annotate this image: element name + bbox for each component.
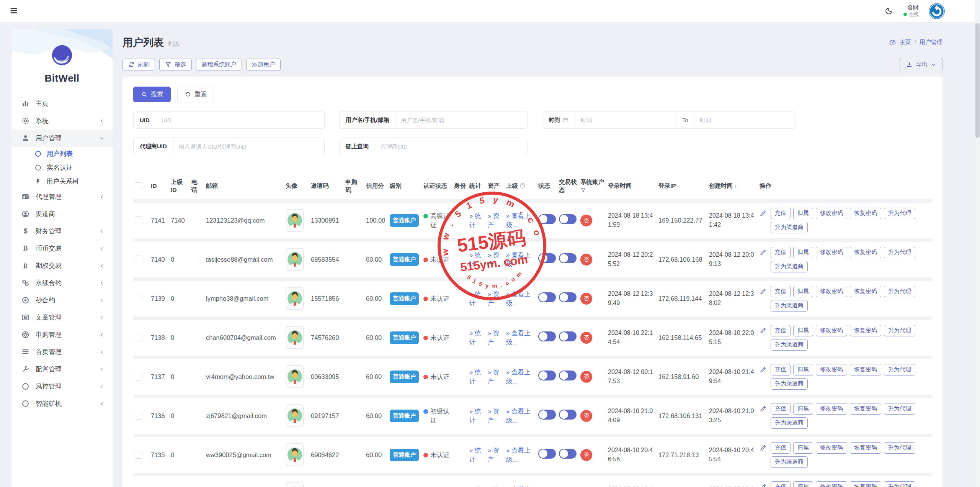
- action-button[interactable]: 修改密码: [816, 481, 847, 487]
- sidebar-item[interactable]: 首页管理: [11, 343, 113, 361]
- hamburger-menu-icon[interactable]: [9, 7, 18, 15]
- trade-status-toggle[interactable]: [559, 214, 577, 224]
- action-button[interactable]: 升为渠道商: [771, 456, 808, 468]
- column-filter-funnel-icon[interactable]: [580, 187, 586, 193]
- action-button[interactable]: 修改密码: [816, 442, 847, 454]
- select-all-checkbox[interactable]: [135, 182, 142, 190]
- time-from-input[interactable]: [575, 112, 676, 128]
- assets-link[interactable]: » 资产: [488, 447, 499, 463]
- breadcrumb-home[interactable]: 主页: [900, 39, 911, 46]
- stats-link[interactable]: » 统计: [469, 447, 481, 463]
- action-button[interactable]: 归属: [793, 442, 813, 454]
- sidebar-subitem[interactable]: 实名认证: [11, 161, 113, 174]
- edit-pencil-icon[interactable]: [760, 288, 767, 295]
- trade-status-toggle[interactable]: [559, 410, 577, 420]
- row-checkbox[interactable]: [135, 451, 142, 459]
- assets-link[interactable]: » 资产: [488, 290, 499, 307]
- status-toggle[interactable]: [538, 371, 556, 380]
- action-button[interactable]: 升为代理: [884, 442, 915, 454]
- sidebar-item[interactable]: 智能矿机: [11, 395, 113, 412]
- trade-status-toggle[interactable]: [559, 292, 577, 302]
- sidebar-subitem[interactable]: 用户列表: [11, 147, 113, 161]
- action-button[interactable]: 归属: [793, 364, 813, 375]
- sidebar-item[interactable]: B币币交易: [11, 240, 113, 257]
- action-button[interactable]: 充值: [771, 364, 791, 375]
- chain-query-input[interactable]: [375, 138, 527, 155]
- sidebar-item[interactable]: 系统: [11, 112, 113, 130]
- action-button[interactable]: 修改密码: [816, 208, 847, 219]
- action-button[interactable]: 归属: [793, 481, 813, 487]
- sidebar-item[interactable]: 用户管理: [11, 130, 113, 147]
- action-button[interactable]: 修改密码: [816, 247, 847, 258]
- view-parent-link[interactable]: » 查看上级...: [506, 447, 530, 463]
- stats-link[interactable]: » 统计: [469, 408, 481, 424]
- action-button[interactable]: 恢复密码: [850, 325, 881, 336]
- stats-link[interactable]: » 统计: [469, 486, 481, 487]
- sidebar-item[interactable]: 永续合约: [11, 274, 113, 292]
- time-to-input[interactable]: [694, 112, 795, 128]
- edit-pencil-icon[interactable]: [760, 483, 767, 487]
- action-button[interactable]: 升为代理: [884, 286, 915, 297]
- assets-link[interactable]: » 资产: [488, 369, 499, 385]
- refresh-button[interactable]: 刷新: [122, 59, 155, 71]
- action-button[interactable]: 充值: [771, 403, 791, 415]
- view-parent-link[interactable]: » 查看上级...: [506, 212, 530, 229]
- sidebar-item[interactable]: 风控管理: [11, 378, 113, 395]
- view-parent-link[interactable]: » 查看上级...: [506, 251, 530, 268]
- assets-link[interactable]: » 资产: [488, 212, 499, 229]
- assets-link[interactable]: » 资产: [488, 486, 499, 487]
- stats-link[interactable]: » 统计: [469, 330, 481, 346]
- sidebar-item[interactable]: 文章管理: [11, 309, 113, 326]
- action-button[interactable]: 恢复密码: [850, 286, 881, 297]
- action-button[interactable]: 修改密码: [816, 286, 847, 297]
- sidebar-item[interactable]: 申购管理: [11, 326, 113, 343]
- action-button[interactable]: 升为代理: [884, 325, 915, 336]
- reset-button[interactable]: 重置: [177, 87, 214, 102]
- action-button[interactable]: 充值: [771, 286, 791, 297]
- action-button[interactable]: 充值: [771, 325, 791, 336]
- action-button[interactable]: 修改密码: [816, 403, 847, 415]
- action-button[interactable]: 修改密码: [816, 325, 847, 336]
- sidebar-item[interactable]: 代理管理: [11, 188, 113, 205]
- action-button[interactable]: 升为渠道商: [771, 300, 808, 312]
- agent-uid-input[interactable]: [173, 138, 324, 155]
- action-button[interactable]: 升为渠道商: [771, 261, 808, 272]
- row-checkbox[interactable]: [135, 373, 142, 380]
- breadcrumb-current[interactable]: 用户管理: [920, 39, 942, 46]
- view-parent-link[interactable]: » 查看上级...: [506, 369, 530, 385]
- action-button[interactable]: 升为渠道商: [771, 222, 808, 233]
- assets-link[interactable]: » 资产: [488, 330, 499, 346]
- view-parent-link[interactable]: » 查看上级...: [506, 290, 530, 307]
- edit-pencil-icon[interactable]: [760, 249, 767, 256]
- filter-button[interactable]: 筛选: [159, 59, 192, 71]
- user-input[interactable]: [395, 112, 527, 128]
- edit-pencil-icon[interactable]: [760, 210, 767, 217]
- action-button[interactable]: 升为渠道商: [771, 417, 808, 429]
- row-checkbox[interactable]: [135, 412, 142, 420]
- action-button[interactable]: 恢复密码: [850, 403, 881, 415]
- sidebar-item[interactable]: 配置管理: [11, 361, 113, 378]
- trade-status-toggle[interactable]: [559, 331, 577, 341]
- action-button[interactable]: 升为代理: [884, 247, 915, 258]
- edit-pencil-icon[interactable]: [760, 366, 767, 373]
- view-parent-link[interactable]: » 查看上级...: [506, 408, 530, 424]
- edit-pencil-icon[interactable]: [760, 327, 767, 334]
- action-button[interactable]: 升为代理: [884, 364, 915, 375]
- status-toggle[interactable]: [538, 331, 556, 341]
- action-button[interactable]: 恢复密码: [850, 208, 881, 219]
- action-button[interactable]: 充值: [771, 481, 791, 487]
- avatar[interactable]: [929, 3, 945, 19]
- action-button[interactable]: 升为渠道商: [771, 339, 808, 351]
- trade-status-toggle[interactable]: [559, 371, 577, 380]
- action-button[interactable]: 升为代理: [884, 403, 915, 415]
- sort-asc-icon[interactable]: ↑: [734, 182, 737, 189]
- action-button[interactable]: 充值: [771, 442, 791, 454]
- action-button[interactable]: 归属: [793, 286, 813, 297]
- status-toggle[interactable]: [538, 449, 556, 459]
- dark-mode-moon-icon[interactable]: [884, 7, 893, 16]
- action-button[interactable]: 恢复密码: [850, 442, 881, 454]
- row-checkbox[interactable]: [135, 216, 142, 224]
- assets-link[interactable]: » 资产: [488, 408, 499, 424]
- status-toggle[interactable]: [538, 410, 556, 420]
- stats-link[interactable]: » 统计: [469, 251, 481, 268]
